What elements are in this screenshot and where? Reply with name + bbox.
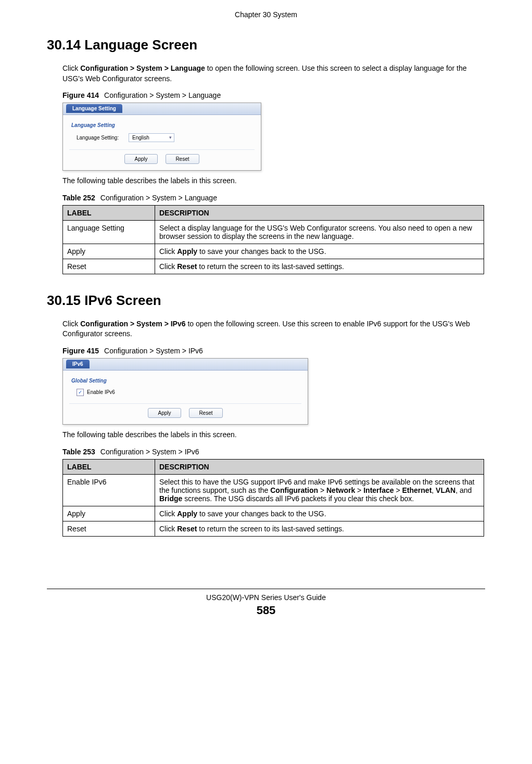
ss414-language-select[interactable]: English [129,133,174,142]
d-b2: Network [326,486,355,494]
d-b6: Bridge [159,494,182,503]
cell-desc: Click Apply to save your changes back to… [155,244,484,259]
d-m4: , [432,486,436,494]
cell-label: Apply [63,506,155,521]
d-m3: > [394,486,402,494]
table-caption-text-253: Configuration > System > IPv6 [100,448,199,456]
footer-guide: USG20(W)-VPN Series User's Guide [0,593,532,602]
table-label-253: Table 253 [62,448,95,456]
d-post: to return the screen to its last-saved s… [197,262,344,271]
figure-label-414: Figure 414 [62,91,99,99]
cell-desc: Click Apply to save your changes back to… [155,506,484,521]
table-label-252: Table 252 [62,194,95,202]
intro-3014-bold: Configuration > System > Language [80,64,205,72]
figure-caption-414: Figure 414Configuration > System > Langu… [62,91,485,99]
intro-3015-pre: Click [62,320,80,328]
intro-3015: Click Configuration > System > IPv6 to o… [62,319,485,339]
table-row: Reset Click Reset to return the screen t… [63,259,484,274]
figure-414-screenshot: Language Setting Language Setting Langua… [62,103,261,171]
cell-label: Reset [63,259,155,274]
ss415-tabrow: IPv6 [63,359,308,371]
table-row: Reset Click Reset to return the screen t… [63,521,484,536]
table-caption-text-252: Configuration > System > Language [100,194,217,202]
figure-caption-text-415: Configuration > System > IPv6 [104,347,203,355]
th-desc-252: DESCRIPTION [155,205,484,220]
d-m2: > [355,486,363,494]
ss415-apply-button[interactable]: Apply [148,408,181,418]
table-caption-253: Table 253Configuration > System > IPv6 [62,448,485,456]
section-heading-3015: 30.15 IPv6 Screen [47,292,485,309]
cell-desc: Select this to have the USG support IPv6… [155,474,484,506]
d-post: screens. The USG discards all IPv6 packe… [182,494,414,503]
intro-3014-pre: Click [62,64,80,72]
intro-3014: Click Configuration > System > Language … [62,63,485,84]
ss414-tabrow: Language Setting [63,103,261,115]
chapter-header: Chapter 30 System [47,10,485,19]
footer-page-number: 585 [0,604,532,617]
ss414-apply-button[interactable]: Apply [124,154,157,164]
post-figure-text-414: The following table describes the labels… [62,176,485,186]
d-post: to save your changes back to the USG. [197,510,326,518]
table-row: Language Setting Select a display langua… [63,220,484,244]
ss415-section-title: Global Setting [71,378,301,384]
figure-caption-text-414: Configuration > System > Language [104,91,221,99]
table-row: Enable IPv6 Select this to have the USG … [63,474,484,506]
d-b3: Interface [363,486,394,494]
table-253: LABEL DESCRIPTION Enable IPv6 Select thi… [62,459,484,537]
th-desc-253: DESCRIPTION [155,459,484,474]
d-m5: , and [455,486,472,494]
figure-caption-415: Figure 415Configuration > System > IPv6 [62,347,485,355]
ss414-reset-button[interactable]: Reset [166,154,199,164]
footer-rule [47,589,485,589]
cell-label: Reset [63,521,155,536]
d-bold: Reset [177,262,197,271]
figure-label-415: Figure 415 [62,347,99,355]
d-bold: Reset [177,525,197,533]
d-pre: Click [159,510,177,518]
d-post: to return the screen to its last-saved s… [197,525,344,533]
page-footer: USG20(W)-VPN Series User's Guide 585 [0,593,532,617]
ss415-tab[interactable]: IPv6 [66,360,90,368]
cell-label: Language Setting [63,220,155,244]
th-label-252: LABEL [63,205,155,220]
d-b4: Ethernet [402,486,432,494]
ss414-field-label: Language Setting: [77,135,129,141]
ss414-tab[interactable]: Language Setting [66,104,122,113]
cell-desc: Select a display language for the USG's … [155,220,484,244]
ss415-reset-button[interactable]: Reset [189,408,222,418]
cell-label: Apply [63,244,155,259]
d-m1: > [318,486,326,494]
d-pre: Click [159,262,177,271]
check-icon: ✓ [78,390,82,395]
d-post: to save your changes back to the USG. [197,247,326,256]
th-label-253: LABEL [63,459,155,474]
ss415-checkbox-label: Enable IPv6 [87,389,115,395]
figure-415-screenshot: IPv6 Global Setting ✓ Enable IPv6 Apply … [62,358,308,425]
table-row: Apply Click Apply to save your changes b… [63,506,484,521]
cell-desc: Click Reset to return the screen to its … [155,259,484,274]
d-bold: Apply [177,510,197,518]
ss414-section-title: Language Setting [71,122,255,128]
d-pre: Click [159,247,177,256]
d-b5: VLAN [436,486,455,494]
cell-desc: Click Reset to return the screen to its … [155,521,484,536]
d-pre: Click [159,525,177,533]
section-heading-3014: 30.14 Language Screen [47,37,485,53]
table-row: Apply Click Apply to save your changes b… [63,244,484,259]
d-bold: Apply [177,247,197,256]
ss415-enable-ipv6-checkbox[interactable]: ✓ [77,389,84,396]
table-252: LABEL DESCRIPTION Language Setting Selec… [62,205,484,274]
post-figure-text-415: The following table describes the labels… [62,430,485,440]
d-b1: Configuration [270,486,318,494]
cell-label: Enable IPv6 [63,474,155,506]
table-caption-252: Table 252Configuration > System > Langua… [62,194,485,202]
intro-3015-bold: Configuration > System > IPv6 [80,320,185,328]
